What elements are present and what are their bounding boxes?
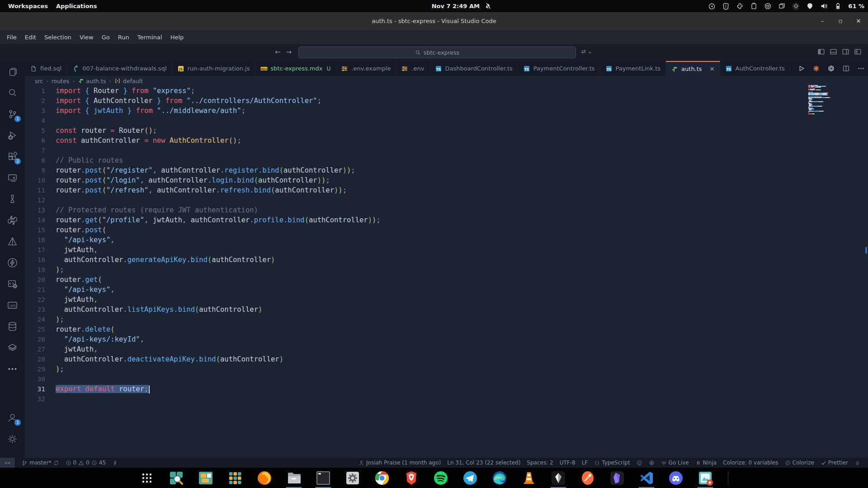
line-number[interactable]: 7 xyxy=(25,145,45,155)
problems-indicator[interactable]: 0045 xyxy=(62,458,109,468)
breadcrumb-item-src[interactable]: src xyxy=(35,78,43,84)
api-client-icon[interactable]: /API xyxy=(0,295,25,316)
thunder-client-icon[interactable] xyxy=(0,252,25,273)
database-icon[interactable] xyxy=(0,316,25,337)
firefox-dock-icon[interactable] xyxy=(256,469,273,487)
tab-authcontroller-ts[interactable]: TSAuthController.ts xyxy=(720,61,790,76)
clock[interactable]: Nov 7 2:49 AM xyxy=(432,3,480,9)
code-line[interactable]: 1import { Router } from "express"; xyxy=(25,86,868,96)
media-player-tray-icon[interactable] xyxy=(708,2,716,10)
search-tool-dock-icon[interactable] xyxy=(168,469,185,487)
git-blame[interactable]: Josiah Praise (1 month ago) xyxy=(355,458,444,468)
minimap[interactable] xyxy=(808,85,862,115)
line-number[interactable]: 15 xyxy=(25,225,45,235)
code-line[interactable]: 5const router = Router(); xyxy=(25,126,868,136)
brave-tray-icon[interactable] xyxy=(722,2,730,10)
openai-icon[interactable] xyxy=(827,65,835,72)
app-launcher-dock-icon[interactable] xyxy=(226,469,244,487)
line-number[interactable]: 11 xyxy=(25,185,45,195)
menu-terminal[interactable]: Terminal xyxy=(133,32,166,42)
tab-dashboardcontroller-ts[interactable]: TSDashboardController.ts xyxy=(430,61,518,76)
branch-indicator[interactable]: master* xyxy=(19,458,62,468)
toggle-sidebar-icon[interactable] xyxy=(817,48,825,56)
code-line[interactable]: 24); xyxy=(25,314,868,324)
more-actions-icon[interactable] xyxy=(857,65,865,72)
run-button[interactable] xyxy=(797,65,805,72)
terminal-dock-icon[interactable] xyxy=(315,469,332,487)
tab-007-balance-withdrawals-sql[interactable]: 007-balance-withdrawals.sql xyxy=(67,61,172,76)
code-line[interactable]: 9router.post("/register", authController… xyxy=(25,165,868,175)
line-number[interactable]: 10 xyxy=(25,175,45,185)
code-editor[interactable]: 1import { Router } from "express";2impor… xyxy=(25,86,868,458)
menu-edit[interactable]: Edit xyxy=(21,32,40,42)
line-number[interactable]: 24 xyxy=(25,314,45,324)
prettier[interactable]: Prettier xyxy=(817,458,851,468)
line-number[interactable]: 32 xyxy=(25,394,45,404)
code-line[interactable]: 15router.post( xyxy=(25,225,868,235)
spotify-dock-icon[interactable] xyxy=(432,469,449,487)
ninja[interactable]: Ninja xyxy=(692,458,720,468)
code-line[interactable]: 11router.post("/refresh", authController… xyxy=(25,185,868,195)
line-number[interactable]: 27 xyxy=(25,344,45,354)
line-number[interactable]: 8 xyxy=(25,155,45,165)
line-number[interactable]: 18 xyxy=(25,255,45,265)
tab-paymentlink-ts[interactable]: TSPaymentLink.ts xyxy=(600,61,666,76)
line-number[interactable]: 20 xyxy=(25,275,45,285)
code-line[interactable]: 22 jwtAuth, xyxy=(25,295,868,305)
breadcrumb[interactable]: src›routes›auth.ts›default xyxy=(25,76,868,86)
vlc-dock-icon[interactable] xyxy=(520,469,538,487)
notifications-muted-icon[interactable] xyxy=(484,2,492,10)
extension-status-1[interactable] xyxy=(633,458,646,468)
brave-dock-icon[interactable] xyxy=(403,469,420,487)
tab-sbtc-express-mdx[interactable]: MDXsbtc-express.mdxU xyxy=(255,61,336,76)
breadcrumb-item-routes[interactable]: routes xyxy=(52,78,70,84)
edge-dock-icon[interactable] xyxy=(491,469,508,487)
code-line[interactable]: 10router.post("/login", authController.l… xyxy=(25,175,868,185)
minimize-button[interactable]: – xyxy=(819,18,826,24)
spark-icon[interactable] xyxy=(812,65,820,72)
line-number[interactable]: 19 xyxy=(25,265,45,275)
code-line[interactable]: 7 xyxy=(25,145,868,155)
code-line[interactable]: 12 xyxy=(25,195,868,205)
code-line[interactable]: 17 jwtAuth, xyxy=(25,245,868,255)
command-center-search[interactable]: sbtc-express xyxy=(298,47,576,58)
tab-fied-sql[interactable]: fied.sql xyxy=(25,61,67,76)
line-number[interactable]: 14 xyxy=(25,215,45,225)
layers-icon[interactable] xyxy=(0,337,25,358)
line-number[interactable]: 3 xyxy=(25,106,45,116)
clipboard-tray-icon[interactable] xyxy=(750,2,758,10)
tab--env-example[interactable]: .env.example xyxy=(336,61,396,76)
workspaces-menu[interactable]: Workspaces xyxy=(8,3,48,9)
line-number[interactable]: 6 xyxy=(25,136,45,145)
code-line[interactable]: 27 jwtAuth, xyxy=(25,344,868,354)
code-line[interactable]: 19); xyxy=(25,265,868,275)
code-line[interactable]: 18 authController.generateApiKey.bind(au… xyxy=(25,255,868,265)
close-tab-icon[interactable]: ✕ xyxy=(710,66,715,72)
back-arrow-icon[interactable]: ← xyxy=(275,48,281,56)
discord-dock-icon[interactable] xyxy=(667,469,684,487)
code-line[interactable]: 32 xyxy=(25,394,868,404)
screenshot-tool-dock-icon[interactable] xyxy=(697,469,714,487)
python-icon[interactable] xyxy=(0,210,25,231)
line-number[interactable]: 29 xyxy=(25,364,45,374)
volume-icon[interactable] xyxy=(820,2,828,10)
globe-tray-icon[interactable] xyxy=(764,2,772,10)
menu-run[interactable]: Run xyxy=(114,32,133,42)
code-line[interactable]: 14router.get("/profile", jwtAuth, authCo… xyxy=(25,215,868,225)
go-live[interactable]: Go Live xyxy=(658,458,692,468)
tab-auth-ts[interactable]: auth.ts✕ xyxy=(666,61,720,76)
source-control-icon[interactable]: 1 xyxy=(0,103,25,125)
chrome-dock-icon[interactable] xyxy=(373,469,391,487)
breadcrumb-item-default[interactable]: default xyxy=(123,78,143,84)
code-line[interactable]: 26 "/api-keys/:keyId", xyxy=(25,334,868,344)
windows-tray-icon[interactable] xyxy=(778,2,786,10)
settings-gear-icon[interactable] xyxy=(0,428,25,450)
line-number[interactable]: 22 xyxy=(25,295,45,305)
maximize-button[interactable]: ▫ xyxy=(837,18,844,24)
code-line[interactable]: 20router.get( xyxy=(25,275,868,285)
split-editor-icon[interactable] xyxy=(842,65,850,72)
extensions-icon[interactable]: 2 xyxy=(0,146,25,167)
show-apps-dock-icon[interactable] xyxy=(138,469,156,487)
more-views-icon[interactable] xyxy=(0,358,25,380)
extensions-tray-icon[interactable] xyxy=(736,2,744,10)
